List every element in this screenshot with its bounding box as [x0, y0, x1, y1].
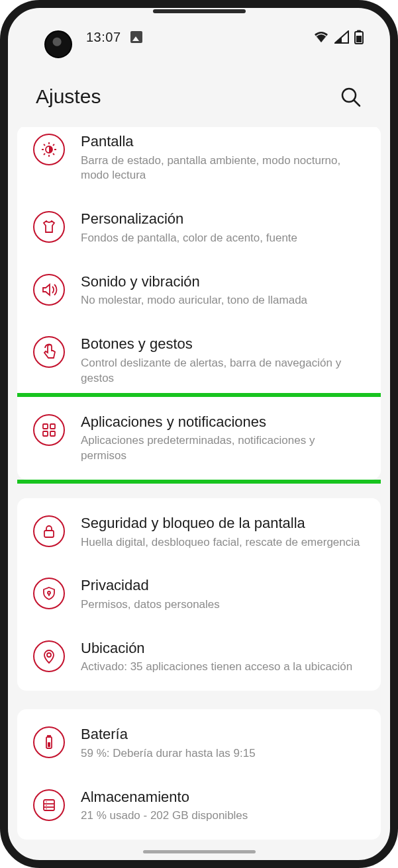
- page-title: Ajustes: [36, 85, 101, 108]
- wifi-icon: [313, 30, 329, 44]
- svg-rect-14: [48, 736, 50, 737]
- item-subtitle: Aplicaciones predeterminadas, notificaci…: [81, 433, 364, 464]
- sound-icon: [33, 274, 65, 306]
- settings-group: Pantalla Barra de estado, pantalla ambie…: [17, 127, 381, 480]
- item-title: Ubicación: [81, 639, 364, 658]
- lock-icon: [33, 515, 65, 547]
- settings-item-display[interactable]: Pantalla Barra de estado, pantalla ambie…: [17, 128, 381, 196]
- svg-point-3: [342, 89, 356, 102]
- settings-item-apps-notifications[interactable]: Aplicaciones y notificaciones Aplicacion…: [17, 400, 381, 477]
- svg-rect-16: [44, 800, 54, 810]
- item-subtitle: 59 %: Debería durar hasta las 9:15: [81, 746, 364, 761]
- svg-point-11: [48, 591, 50, 594]
- item-subtitle: Permisos, datos personales: [81, 597, 364, 613]
- item-title: Aplicaciones y notificaciones: [81, 413, 364, 431]
- settings-group: Seguridad y bloqueo de la pantalla Huell…: [17, 498, 381, 691]
- item-title: Seguridad y bloqueo de la pantalla: [81, 514, 364, 533]
- settings-item-sound[interactable]: Sonido y vibración No molestar, modo aur…: [17, 259, 381, 322]
- svg-rect-10: [44, 531, 54, 537]
- item-title: Botones y gestos: [81, 335, 364, 353]
- clock: 13:07: [86, 30, 121, 45]
- svg-line-4: [354, 101, 360, 106]
- svg-rect-8: [43, 431, 48, 436]
- apps-icon: [33, 414, 65, 446]
- item-subtitle: Huella digital, desbloqueo facial, resca…: [81, 535, 364, 550]
- item-title: Sonido y vibración: [81, 273, 364, 291]
- item-subtitle: Activado: 35 aplicaciones tienen acceso …: [81, 660, 364, 675]
- svg-rect-9: [50, 431, 55, 436]
- cellular-signal-icon: [334, 30, 349, 44]
- location-pin-icon: [33, 640, 65, 672]
- settings-item-buttons-gestures[interactable]: Botones y gestos Control deslizante de a…: [17, 322, 381, 399]
- screenshot-indicator-icon: [130, 31, 142, 43]
- item-subtitle: No molestar, modo auricular, tono de lla…: [81, 293, 364, 308]
- item-title: Personalización: [81, 210, 364, 228]
- item-subtitle: Barra de estado, pantalla ambiente, modo…: [81, 153, 364, 184]
- svg-point-19: [46, 801, 47, 803]
- svg-point-21: [46, 808, 47, 809]
- battery-icon: [354, 30, 364, 44]
- search-icon: [340, 86, 361, 107]
- privacy-shield-icon: [33, 578, 65, 609]
- item-title: Pantalla: [81, 132, 364, 151]
- settings-group: Batería 59 %: Debería durar hasta las 9:…: [17, 709, 381, 840]
- home-indicator[interactable]: [143, 850, 256, 853]
- settings-item-location[interactable]: Ubicación Activado: 35 aplicaciones tien…: [17, 626, 381, 688]
- svg-point-20: [46, 804, 47, 806]
- search-button[interactable]: [337, 83, 364, 110]
- brightness-icon: [33, 134, 65, 165]
- svg-rect-15: [48, 742, 50, 747]
- settings-item-security[interactable]: Seguridad y bloqueo de la pantalla Huell…: [17, 501, 381, 563]
- settings-item-personalization[interactable]: Personalización Fondos de pantalla, colo…: [17, 196, 381, 259]
- storage-icon: [33, 789, 65, 821]
- svg-rect-7: [50, 424, 55, 429]
- settings-list: Pantalla Barra de estado, pantalla ambie…: [17, 127, 381, 844]
- settings-item-battery[interactable]: Batería 59 %: Debería durar hasta las 9:…: [17, 712, 381, 774]
- status-bar: 13:07: [8, 8, 390, 66]
- svg-rect-2: [356, 36, 362, 42]
- gesture-icon: [33, 336, 65, 368]
- settings-item-storage[interactable]: Almacenamiento 21 % usado - 202 GB dispo…: [17, 775, 381, 837]
- phone-frame: 13:07 Ajustes: [0, 0, 398, 868]
- tshirt-icon: [33, 211, 65, 243]
- item-title: Almacenamiento: [81, 788, 364, 806]
- item-title: Batería: [81, 725, 364, 744]
- item-subtitle: Control deslizante de alertas, barra de …: [81, 356, 364, 386]
- page-header: Ajustes: [8, 66, 390, 127]
- item-subtitle: 21 % usado - 202 GB disponibles: [81, 808, 364, 824]
- side-button: [0, 292, 1, 345]
- svg-rect-6: [43, 424, 48, 429]
- settings-item-privacy[interactable]: Privacidad Permisos, datos personales: [17, 563, 381, 625]
- svg-point-12: [47, 653, 51, 657]
- item-subtitle: Fondos de pantalla, color de acento, fue…: [81, 231, 364, 246]
- battery-icon: [33, 726, 65, 758]
- item-title: Privacidad: [81, 576, 364, 595]
- svg-rect-1: [357, 30, 361, 32]
